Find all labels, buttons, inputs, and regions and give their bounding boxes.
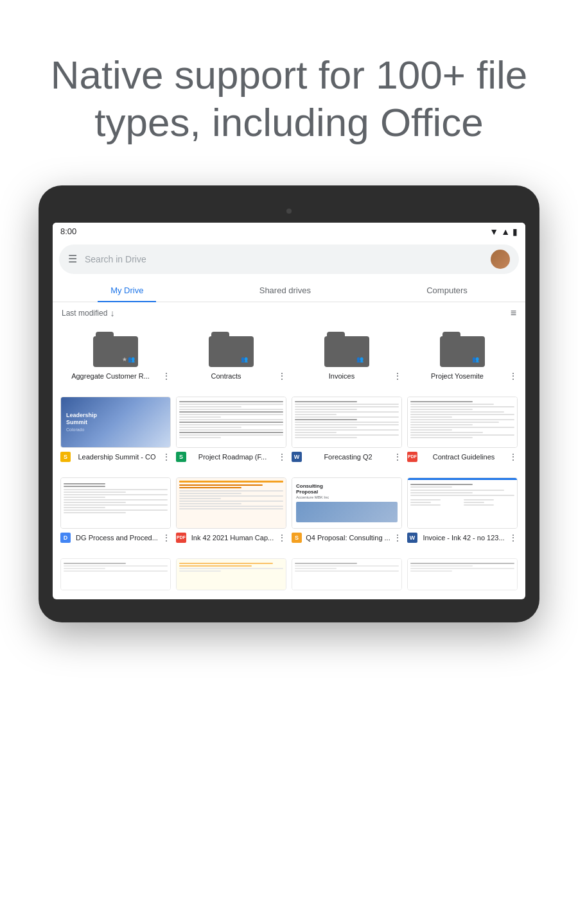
more-icon[interactable]: ⋮ bbox=[162, 371, 171, 381]
file-name: Contract Guidelines bbox=[420, 452, 507, 461]
people-badge: 👥 bbox=[356, 356, 363, 363]
file-thumbnail bbox=[176, 477, 286, 529]
folder-name: Aggregate Customer R... bbox=[60, 372, 161, 381]
pdf-icon: PDF bbox=[176, 533, 186, 543]
folder-icon: 👥 bbox=[209, 332, 254, 367]
folder-item-contracts[interactable]: 👥 Contracts ⋮ bbox=[173, 327, 289, 386]
files-row3-partial bbox=[53, 553, 525, 599]
pdf-icon: PDF bbox=[407, 452, 417, 462]
folder-icon: ★ 👥 bbox=[93, 332, 138, 367]
file-item-leadership[interactable]: LeadershipSummit Colorado S Leadership S… bbox=[58, 394, 173, 467]
file-thumbnail bbox=[292, 558, 402, 590]
folder-icon: 👥 bbox=[324, 332, 369, 367]
file-name: Ink 42 2021 Human Cap... bbox=[189, 533, 276, 542]
file-item-partial-3[interactable] bbox=[289, 556, 405, 599]
folder-name: Contracts bbox=[176, 372, 276, 381]
file-thumbnail bbox=[407, 477, 518, 529]
file-item-dg-process[interactable]: D DG Process and Proced... ⋮ bbox=[58, 475, 173, 548]
status-time: 8:00 bbox=[60, 227, 76, 236]
folder-grid: ★ 👥 Aggregate Customer R... ⋮ bbox=[53, 324, 525, 391]
tablet-camera bbox=[286, 209, 292, 214]
folder-item-yosemite[interactable]: 👥 Project Yosemite ⋮ bbox=[405, 327, 520, 386]
sheets-icon: S bbox=[176, 452, 186, 462]
more-icon[interactable]: ⋮ bbox=[393, 371, 402, 381]
status-icons: ▼ ▲ ▮ bbox=[489, 227, 518, 237]
tab-shared-drives[interactable]: Shared drives bbox=[247, 279, 324, 302]
files-row1: LeadershipSummit Colorado S Leadership S… bbox=[53, 391, 525, 472]
hero-section: Native support for 100+ file types, incl… bbox=[0, 0, 578, 185]
file-item-forecasting[interactable]: W Forecasting Q2 ⋮ bbox=[289, 394, 405, 467]
tablet-frame: 8:00 ▼ ▲ ▮ ☰ Search in Drive My Drive bbox=[39, 185, 539, 622]
folder-item-invoices[interactable]: 👥 Invoices ⋮ bbox=[289, 327, 405, 386]
tabs-bar: My Drive Shared drives Computers bbox=[53, 279, 525, 302]
file-name: Project Roadmap (F... bbox=[189, 452, 276, 461]
file-name: Forecasting Q2 bbox=[304, 452, 392, 461]
battery-icon: ▮ bbox=[512, 227, 518, 237]
folder-name: Project Yosemite bbox=[407, 372, 507, 381]
more-icon[interactable]: ⋮ bbox=[277, 533, 286, 543]
people-badge: 👥 bbox=[241, 356, 248, 363]
wifi-icon: ▼ bbox=[489, 227, 498, 237]
file-thumbnail: ConsultingProposal Accenture MBK Inc bbox=[292, 477, 402, 529]
file-item-invoice[interactable]: W Invoice - Ink 42 - no 123... ⋮ bbox=[405, 475, 520, 548]
file-thumbnail bbox=[60, 558, 171, 590]
tablet-screen: 8:00 ▼ ▲ ▮ ☰ Search in Drive My Drive bbox=[53, 223, 525, 599]
status-bar: 8:00 ▼ ▲ ▮ bbox=[53, 223, 525, 241]
more-icon[interactable]: ⋮ bbox=[509, 533, 518, 543]
file-item-partial-1[interactable] bbox=[58, 556, 173, 599]
people-badge: 👥 bbox=[472, 356, 479, 363]
people-badge: 👥 bbox=[128, 356, 135, 363]
folder-icon: 👥 bbox=[440, 332, 485, 367]
more-icon[interactable]: ⋮ bbox=[393, 452, 402, 462]
more-icon[interactable]: ⋮ bbox=[277, 452, 286, 462]
files-row2: D DG Process and Proced... ⋮ bbox=[53, 472, 525, 553]
file-thumbnail: LeadershipSummit Colorado bbox=[60, 397, 171, 448]
file-name: Leadership Summit - CO bbox=[73, 452, 161, 461]
more-icon[interactable]: ⋮ bbox=[509, 371, 518, 381]
file-thumbnail bbox=[176, 558, 286, 590]
file-item-ink42[interactable]: PDF Ink 42 2021 Human Cap... ⋮ bbox=[173, 475, 289, 548]
folder-name: Invoices bbox=[292, 372, 392, 381]
search-bar[interactable]: ☰ Search in Drive bbox=[59, 244, 519, 274]
star-badge: ★ bbox=[122, 356, 127, 363]
file-item-q4-proposal[interactable]: ConsultingProposal Accenture MBK Inc S Q… bbox=[289, 475, 405, 548]
file-item-partial-2[interactable] bbox=[173, 556, 289, 599]
tablet-camera-bar bbox=[53, 203, 525, 219]
signal-icon: ▲ bbox=[501, 227, 510, 237]
file-name: DG Process and Proced... bbox=[73, 533, 161, 542]
more-icon[interactable]: ⋮ bbox=[393, 533, 402, 543]
slides-icon: S bbox=[60, 452, 71, 462]
file-name: Q4 Proposal: Consulting ... bbox=[304, 533, 392, 542]
search-placeholder[interactable]: Search in Drive bbox=[85, 254, 483, 264]
file-item-partial-4[interactable] bbox=[405, 556, 520, 599]
more-icon[interactable]: ⋮ bbox=[162, 533, 171, 543]
file-thumbnail bbox=[176, 397, 286, 448]
tab-computers[interactable]: Computers bbox=[414, 279, 480, 302]
file-name: Invoice - Ink 42 - no 123... bbox=[420, 533, 507, 542]
sort-arrow: ↓ bbox=[110, 308, 114, 318]
file-item-contract-guidelines[interactable]: PDF Contract Guidelines ⋮ bbox=[405, 394, 520, 467]
menu-icon[interactable]: ☰ bbox=[68, 253, 77, 265]
word-icon: W bbox=[407, 533, 417, 543]
folder-item-aggregate[interactable]: ★ 👥 Aggregate Customer R... ⋮ bbox=[58, 327, 173, 386]
word-icon: W bbox=[292, 452, 302, 462]
list-view-icon[interactable]: ≡ bbox=[511, 307, 516, 319]
sort-bar: Last modified ↓ ≡ bbox=[53, 302, 525, 324]
file-item-roadmap[interactable]: S Project Roadmap (F... ⋮ bbox=[173, 394, 289, 467]
sort-label[interactable]: Last modified ↓ bbox=[62, 308, 114, 318]
slides-orange-icon: S bbox=[292, 533, 302, 543]
file-thumbnail bbox=[292, 397, 402, 448]
more-icon[interactable]: ⋮ bbox=[277, 371, 286, 381]
tablet-wrapper: 8:00 ▼ ▲ ▮ ☰ Search in Drive My Drive bbox=[39, 185, 539, 622]
tab-my-drive[interactable]: My Drive bbox=[98, 279, 156, 302]
file-thumbnail bbox=[407, 558, 518, 590]
more-icon[interactable]: ⋮ bbox=[162, 452, 171, 462]
file-thumbnail bbox=[407, 397, 518, 448]
avatar[interactable] bbox=[491, 250, 510, 269]
docs-icon: D bbox=[60, 533, 71, 543]
hero-title: Native support for 100+ file types, incl… bbox=[39, 51, 539, 147]
more-icon[interactable]: ⋮ bbox=[509, 452, 518, 462]
file-thumbnail bbox=[60, 477, 171, 529]
